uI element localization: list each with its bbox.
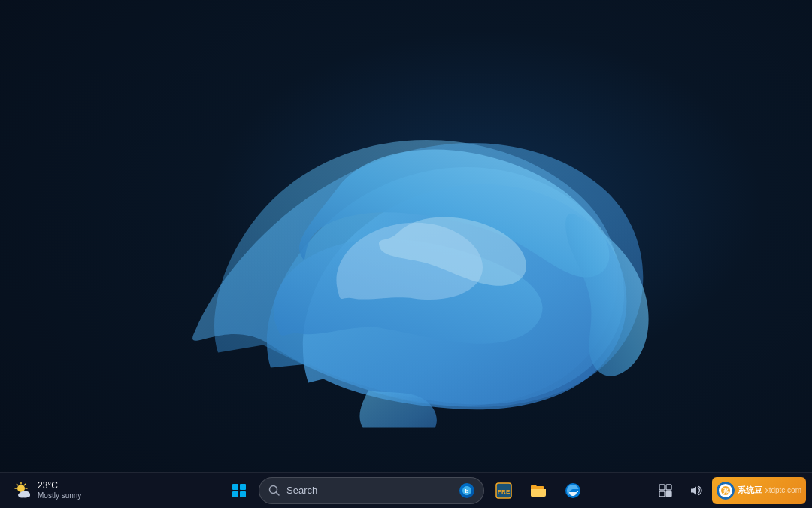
svg-line-12 [277, 492, 280, 495]
xtdptc-logo-icon: 系 [717, 482, 735, 500]
volume-icon[interactable] [682, 477, 709, 504]
taskbar-center: Search b PRE [224, 476, 588, 506]
svg-rect-21 [666, 491, 671, 497]
desktop: 23°C Mostly sunny [0, 0, 812, 508]
microsoft-edge-icon[interactable] [558, 476, 588, 506]
svg-rect-19 [666, 485, 671, 490]
wallpaper-graphic [158, 66, 654, 427]
weather-widget[interactable]: 23°C Mostly sunny [6, 477, 87, 504]
weather-temperature: 23°C [38, 480, 81, 491]
svg-line-7 [24, 484, 25, 485]
svg-point-0 [17, 485, 25, 492]
svg-text:b: b [465, 488, 469, 494]
file-explorer-icon[interactable] [523, 476, 553, 506]
weather-icon [12, 480, 33, 501]
weather-text: 23°C Mostly sunny [38, 480, 81, 500]
search-bar[interactable]: Search b [259, 477, 484, 504]
svg-text:系: 系 [721, 488, 729, 495]
search-placeholder-text: Search [286, 485, 453, 496]
xtdptc-badge[interactable]: 系 系统豆 xtdptc.com [712, 477, 806, 504]
weather-description: Mostly sunny [38, 491, 81, 500]
svg-text:PRE: PRE [498, 488, 511, 495]
bytefence-icon[interactable]: PRE [489, 476, 519, 506]
svg-line-5 [17, 484, 17, 485]
start-button[interactable] [224, 476, 254, 506]
search-icon [268, 485, 280, 497]
taskbar: 23°C Mostly sunny [0, 472, 812, 508]
task-view-icon[interactable] [652, 477, 679, 504]
xtdptc-url-text: xtdptc.com [765, 486, 801, 494]
windows-logo-icon [232, 484, 246, 497]
search-copilot-icon[interactable]: b [459, 483, 474, 498]
xtdptc-label-text: 系统豆 [738, 485, 762, 496]
svg-point-10 [24, 493, 30, 497]
svg-rect-20 [659, 491, 665, 497]
svg-rect-18 [659, 485, 665, 490]
system-tray: 系 系统豆 xtdptc.com [652, 477, 806, 504]
